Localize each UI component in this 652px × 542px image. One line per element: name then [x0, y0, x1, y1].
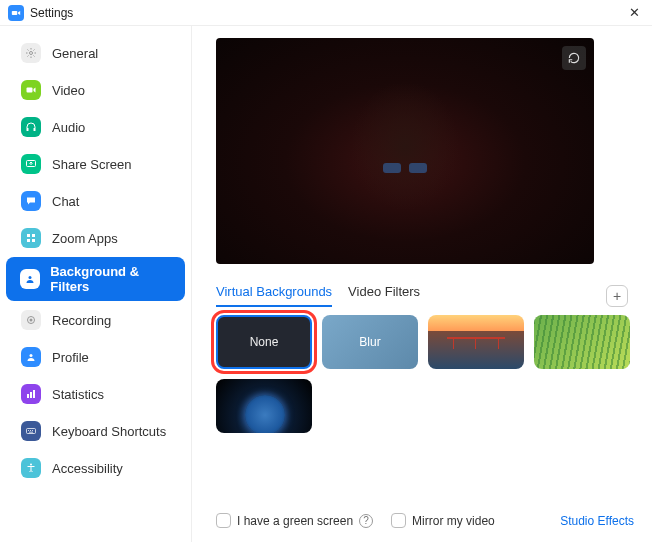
accessibility-icon: [20, 457, 42, 479]
svg-rect-21: [29, 432, 33, 433]
svg-rect-2: [27, 88, 33, 93]
svg-point-19: [30, 430, 31, 431]
sidebar-item-zoom-apps[interactable]: Zoom Apps: [6, 220, 185, 256]
svg-rect-7: [32, 234, 35, 237]
tab-virtual-backgrounds[interactable]: Virtual Backgrounds: [216, 284, 332, 307]
close-button[interactable]: ✕: [625, 5, 644, 20]
green-screen-checkbox[interactable]: I have a green screen ?: [216, 513, 373, 528]
camera-preview: [216, 38, 594, 264]
sidebar-item-label: Profile: [52, 350, 89, 365]
svg-rect-16: [33, 390, 35, 398]
sidebar-item-recording[interactable]: Recording: [6, 302, 185, 338]
svg-rect-15: [30, 392, 32, 398]
rotate-camera-button[interactable]: [562, 46, 586, 70]
svg-rect-14: [27, 394, 29, 398]
sidebar-item-profile[interactable]: Profile: [6, 339, 185, 375]
sidebar-item-video[interactable]: Video: [6, 72, 185, 108]
studio-effects-link[interactable]: Studio Effects: [560, 514, 634, 528]
sidebar-item-label: Background & Filters: [50, 264, 171, 294]
checkbox-label: Mirror my video: [412, 514, 495, 528]
sidebar-item-label: Audio: [52, 120, 85, 135]
svg-point-1: [30, 52, 33, 55]
background-option-label: None: [250, 335, 279, 349]
titlebar: Settings ✕: [0, 0, 652, 26]
chat-icon: [20, 190, 42, 212]
svg-point-13: [30, 354, 33, 357]
background-options-grid: None Blur: [216, 315, 634, 433]
svg-rect-3: [27, 128, 29, 131]
gear-icon: [20, 42, 42, 64]
video-icon: [20, 79, 42, 101]
zoom-app-icon: [8, 5, 24, 21]
svg-point-22: [30, 464, 32, 466]
background-icon: [20, 268, 40, 290]
svg-rect-9: [32, 239, 35, 242]
tab-video-filters[interactable]: Video Filters: [348, 284, 420, 307]
background-option-label: Blur: [359, 335, 380, 349]
sidebar-item-label: General: [52, 46, 98, 61]
window-title: Settings: [30, 6, 73, 20]
sidebar-item-label: Keyboard Shortcuts: [52, 424, 166, 439]
main-panel: Virtual Backgrounds Video Filters + None…: [192, 26, 652, 542]
checkbox-icon: [216, 513, 231, 528]
svg-rect-0: [12, 10, 17, 14]
apps-icon: [20, 227, 42, 249]
statistics-icon: [20, 383, 42, 405]
sidebar-item-label: Zoom Apps: [52, 231, 118, 246]
sidebar-item-label: Video: [52, 83, 85, 98]
background-option-golden-gate[interactable]: [428, 315, 524, 369]
svg-rect-4: [34, 128, 36, 131]
svg-rect-6: [27, 234, 30, 237]
filter-tabs: Virtual Backgrounds Video Filters +: [216, 284, 634, 307]
sidebar-item-label: Accessibility: [52, 461, 123, 476]
sidebar-item-audio[interactable]: Audio: [6, 109, 185, 145]
help-icon[interactable]: ?: [359, 514, 373, 528]
rotate-icon: [567, 51, 581, 65]
checkbox-label: I have a green screen: [237, 514, 353, 528]
svg-point-10: [29, 276, 32, 279]
svg-point-18: [28, 430, 29, 431]
svg-rect-17: [27, 429, 36, 434]
keyboard-icon: [20, 420, 42, 442]
checkbox-icon: [391, 513, 406, 528]
sidebar-item-background-filters[interactable]: Background & Filters: [6, 257, 185, 301]
sidebar-item-accessibility[interactable]: Accessibility: [6, 450, 185, 486]
record-icon: [20, 309, 42, 331]
sidebar-item-label: Statistics: [52, 387, 104, 402]
content: General Video Audio Share Screen Chat Zo…: [0, 26, 652, 542]
headphones-icon: [20, 116, 42, 138]
footer-row: I have a green screen ? Mirror my video …: [216, 503, 634, 532]
sidebar-item-label: Share Screen: [52, 157, 132, 172]
add-background-button[interactable]: +: [606, 285, 628, 307]
svg-point-20: [32, 430, 33, 431]
settings-sidebar: General Video Audio Share Screen Chat Zo…: [0, 26, 192, 542]
sidebar-item-chat[interactable]: Chat: [6, 183, 185, 219]
share-screen-icon: [20, 153, 42, 175]
sidebar-item-general[interactable]: General: [6, 35, 185, 71]
mirror-video-checkbox[interactable]: Mirror my video: [391, 513, 495, 528]
svg-rect-8: [27, 239, 30, 242]
background-option-none[interactable]: None: [216, 315, 312, 369]
sidebar-item-label: Recording: [52, 313, 111, 328]
sidebar-item-share-screen[interactable]: Share Screen: [6, 146, 185, 182]
sidebar-item-keyboard-shortcuts[interactable]: Keyboard Shortcuts: [6, 413, 185, 449]
background-option-grass[interactable]: [534, 315, 630, 369]
svg-point-12: [30, 319, 33, 322]
profile-icon: [20, 346, 42, 368]
background-option-blur[interactable]: Blur: [322, 315, 418, 369]
sidebar-item-statistics[interactable]: Statistics: [6, 376, 185, 412]
sidebar-item-label: Chat: [52, 194, 79, 209]
background-option-earth[interactable]: [216, 379, 312, 433]
